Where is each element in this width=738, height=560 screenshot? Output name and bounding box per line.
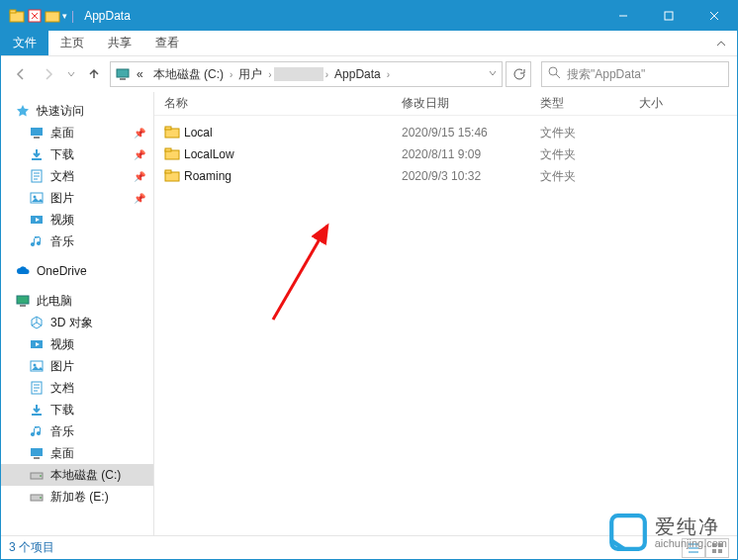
breadcrumb[interactable]: AppData [330, 67, 385, 81]
svg-point-29 [40, 497, 42, 499]
sidebar-item[interactable]: 音乐 [1, 231, 153, 252]
svg-rect-7 [120, 78, 126, 80]
content-area: 名称 修改日期 类型 大小 Local2020/9/15 15:46文件夹Loc… [154, 92, 737, 535]
sidebar-item[interactable]: 图片 [1, 355, 153, 377]
qat-properties-icon[interactable] [27, 8, 43, 24]
pin-icon: 📌 [134, 171, 145, 182]
sidebar-item[interactable]: 文档📌 [1, 165, 153, 187]
row-type: 文件夹 [540, 146, 639, 163]
sidebar-item-label: 本地磁盘 (C:) [50, 467, 121, 484]
sidebar-item[interactable]: 视频 [1, 333, 153, 355]
video-icon [29, 336, 45, 352]
sidebar-item[interactable]: 3D 对象 [1, 312, 153, 333]
maximize-button[interactable] [646, 1, 692, 31]
sidebar-onedrive[interactable]: OneDrive [1, 260, 153, 282]
tab-share[interactable]: 共享 [96, 31, 143, 55]
breadcrumb-separator-icon[interactable]: › [325, 69, 328, 80]
search-input[interactable]: 搜索"AppData" [541, 61, 729, 87]
breadcrumb-separator-icon[interactable]: › [268, 69, 271, 80]
row-name: LocalLow [184, 147, 402, 161]
status-text: 3 个项目 [9, 539, 54, 556]
sidebar-item[interactable]: 文档 [1, 377, 153, 399]
pc-icon [15, 293, 31, 309]
col-date[interactable]: 修改日期 [402, 95, 540, 112]
forward-button[interactable] [37, 62, 60, 86]
svg-rect-24 [31, 448, 43, 456]
sidebar-item[interactable]: 音乐 [1, 420, 153, 442]
tab-view[interactable]: 查看 [143, 31, 191, 55]
sidebar-item-label: 3D 对象 [50, 315, 93, 331]
close-button[interactable] [692, 1, 737, 31]
pin-icon: 📌 [134, 193, 145, 204]
pic-icon [29, 358, 45, 374]
qat-new-folder-icon[interactable] [45, 8, 60, 24]
folder-icon [164, 167, 184, 186]
svg-rect-17 [17, 296, 29, 304]
pin-icon: 📌 [134, 149, 145, 160]
app-icon [9, 8, 25, 24]
desktop-icon [29, 125, 45, 140]
table-row[interactable]: LocalLow2020/8/11 9:09文件夹 [154, 143, 737, 165]
sidebar-item-label: 视频 [50, 336, 74, 353]
row-date: 2020/8/11 9:09 [402, 147, 540, 161]
breadcrumb[interactable]: 本地磁盘 (C:) [149, 66, 228, 83]
file-tab[interactable]: 文件 [1, 31, 48, 55]
table-row[interactable]: Local2020/9/15 15:46文件夹 [154, 122, 737, 143]
tab-home[interactable]: 主页 [48, 31, 96, 55]
sidebar-item-label: 下载 [50, 146, 74, 163]
svg-rect-1 [10, 10, 16, 13]
sidebar-item[interactable]: 本地磁盘 (C:) [1, 464, 153, 486]
titlebar: ▾ | AppData [1, 1, 737, 31]
music-icon [29, 423, 45, 439]
sidebar-item[interactable]: 桌面📌 [1, 122, 153, 143]
breadcrumb-separator-icon[interactable]: › [230, 69, 232, 80]
breadcrumb-separator-icon[interactable]: › [387, 69, 390, 80]
address-bar[interactable]: « 本地磁盘 (C:) › 用户 › › AppData › [110, 61, 503, 87]
watermark-logo-icon [607, 512, 649, 553]
sidebar-quick-access[interactable]: 快速访问 [1, 100, 153, 122]
refresh-button[interactable] [506, 61, 531, 87]
breadcrumb[interactable]: 用户 [234, 66, 266, 83]
col-size[interactable]: 大小 [639, 95, 698, 112]
sidebar-item-label: 图片 [50, 190, 74, 207]
minimize-button[interactable] [600, 1, 646, 31]
sidebar-this-pc[interactable]: 此电脑 [1, 290, 153, 312]
folder-icon [164, 145, 184, 164]
ribbon-collapse-icon[interactable] [705, 31, 737, 55]
row-type: 文件夹 [540, 168, 639, 185]
ribbon: 文件 主页 共享 查看 [1, 31, 737, 56]
svg-point-27 [40, 475, 42, 477]
drive-icon [29, 467, 45, 483]
svg-rect-5 [665, 12, 673, 20]
sidebar-item-label: 文档 [50, 168, 74, 185]
sidebar-item[interactable]: 图片📌 [1, 187, 153, 209]
back-button[interactable] [9, 62, 33, 86]
svg-point-21 [34, 364, 37, 367]
svg-rect-35 [165, 170, 171, 173]
svg-point-8 [549, 67, 557, 75]
address-dropdown-icon[interactable] [488, 67, 498, 81]
qat-dropdown-icon[interactable]: ▾ [62, 11, 67, 21]
sidebar: 快速访问 桌面📌下载📌文档📌图片📌视频音乐 OneDrive 此电脑 3D 对象… [1, 92, 154, 535]
pic-icon [29, 190, 45, 206]
table-row[interactable]: Roaming2020/9/3 10:32文件夹 [154, 165, 737, 187]
sidebar-item[interactable]: 新加卷 (E:) [1, 486, 153, 508]
up-button[interactable] [82, 62, 106, 86]
sidebar-item[interactable]: 下载 [1, 399, 153, 420]
svg-rect-12 [32, 158, 42, 160]
3d-icon [29, 315, 45, 330]
recent-dropdown-icon[interactable] [64, 62, 78, 86]
col-type[interactable]: 类型 [540, 95, 639, 112]
sidebar-item[interactable]: 下载📌 [1, 143, 153, 165]
pin-icon: 📌 [134, 128, 145, 139]
watermark-url: aichunjing.com [655, 537, 727, 549]
breadcrumb-overflow[interactable]: « [133, 67, 147, 81]
breadcrumb-redacted[interactable] [274, 67, 323, 81]
svg-rect-11 [34, 137, 40, 139]
col-name[interactable]: 名称 [164, 95, 402, 112]
doc-icon [29, 380, 45, 396]
search-placeholder: 搜索"AppData" [567, 66, 645, 83]
sidebar-item[interactable]: 视频 [1, 209, 153, 231]
sidebar-item[interactable]: 桌面 [1, 442, 153, 464]
sidebar-item-label: 新加卷 (E:) [50, 489, 109, 506]
